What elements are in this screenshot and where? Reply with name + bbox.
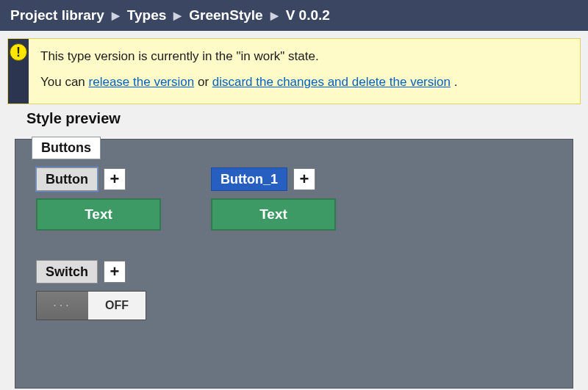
preview-canvas: Buttons Button + Text Button_1 + Text Sw…: [15, 139, 573, 389]
add-button[interactable]: +: [293, 168, 315, 190]
breadcrumb-item-version[interactable]: V 0.0.2: [286, 7, 330, 24]
widget-button-a: Button + Text: [36, 167, 161, 231]
switch-state: OFF: [88, 292, 146, 319]
notice-stripe: !: [8, 39, 29, 104]
widget-label-button-1[interactable]: Button_1: [211, 167, 287, 191]
warning-icon: !: [10, 43, 27, 61]
notice-text-mid: or: [198, 75, 212, 89]
panel-tab-buttons[interactable]: Buttons: [32, 137, 101, 159]
sample-button-b[interactable]: Text: [211, 198, 336, 231]
widget-switch: Switch + ··· OFF: [36, 260, 573, 320]
widget-button-b: Button_1 + Text: [211, 167, 336, 231]
breadcrumb-item-greenstyle[interactable]: GreenStyle: [189, 7, 262, 24]
chevron-right-icon: ▶: [270, 10, 279, 21]
widget-label-button[interactable]: Button: [36, 167, 98, 191]
breadcrumb-item-types[interactable]: Types: [127, 7, 167, 24]
widget-row-buttons: Button + Text Button_1 + Text: [36, 167, 573, 231]
sample-switch[interactable]: ··· OFF: [36, 291, 146, 320]
notice-body: This type version is currently in the "i…: [29, 39, 580, 104]
chevron-right-icon: ▶: [173, 10, 182, 21]
widget-label-switch[interactable]: Switch: [36, 260, 98, 284]
add-button[interactable]: +: [104, 261, 126, 283]
notice-banner: ! This type version is currently in the …: [7, 38, 581, 104]
notice-text-pre: You can: [40, 75, 89, 89]
add-button[interactable]: +: [104, 168, 126, 190]
notice-line-1: This type version is currently in the "i…: [40, 46, 568, 66]
section-title: Style preview: [26, 110, 588, 127]
breadcrumb-item-project-library[interactable]: Project library: [10, 7, 104, 24]
widget-header: Button +: [36, 167, 161, 191]
notice-line-2: You can release the version or discard t…: [40, 72, 568, 92]
release-version-link[interactable]: release the version: [89, 75, 195, 89]
sample-button-a[interactable]: Text: [36, 198, 161, 231]
widget-header: Switch +: [36, 260, 573, 284]
discard-version-link[interactable]: discard the changes and delete the versi…: [212, 75, 451, 89]
chevron-right-icon: ▶: [112, 10, 120, 21]
switch-handle[interactable]: ···: [37, 292, 88, 319]
breadcrumb: Project library ▶ Types ▶ GreenStyle ▶ V…: [0, 0, 588, 31]
notice-text-end: .: [454, 75, 458, 89]
widget-header: Button_1 +: [211, 167, 336, 191]
